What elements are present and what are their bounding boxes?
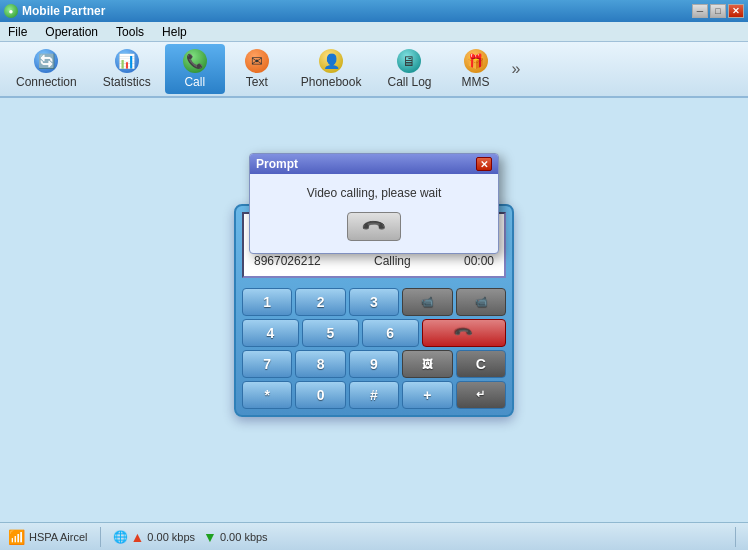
- hangup-icon: 📞: [360, 213, 388, 241]
- download-speed: 0.00 kbps: [220, 531, 268, 543]
- prompt-close-button[interactable]: ✕: [476, 157, 492, 171]
- key-video-call[interactable]: 📹: [402, 288, 452, 316]
- key-5[interactable]: 5: [302, 319, 359, 347]
- tab-phonebook[interactable]: 👤 Phonebook: [289, 44, 374, 94]
- prompt-title-bar: Prompt ✕: [250, 154, 498, 174]
- tab-phonebook-label: Phonebook: [301, 75, 362, 89]
- tab-text-label: Text: [246, 75, 268, 89]
- tab-connection[interactable]: 🔄 Connection: [4, 44, 89, 94]
- tab-connection-label: Connection: [16, 75, 77, 89]
- tab-calllog[interactable]: 🖥 Call Log: [375, 44, 443, 94]
- keypad-row-4: * 0 # + ↵: [242, 381, 506, 409]
- statistics-icon: 📊: [115, 49, 139, 73]
- key-image[interactable]: 🖼: [402, 350, 452, 378]
- tab-calllog-label: Call Log: [387, 75, 431, 89]
- download-arrow-icon: ▼: [203, 529, 217, 545]
- keypad: 1 2 3 📹 📹 4 5 6 📞 7 8 9 🖼 C: [236, 284, 512, 415]
- tab-text[interactable]: ✉ Text: [227, 44, 287, 94]
- network-name: HSPA Aircel: [29, 531, 88, 543]
- status-bar: 📶 HSPA Aircel 🌐 ▲ 0.00 kbps ▼ 0.00 kbps: [0, 522, 748, 550]
- title-left: ● Mobile Partner: [4, 4, 105, 18]
- title-bar: ● Mobile Partner ─ □ ✕: [0, 0, 748, 22]
- menu-operation[interactable]: Operation: [41, 24, 102, 40]
- call-icon: 📞: [183, 49, 207, 73]
- upload-speed-item: 🌐 ▲ 0.00 kbps: [113, 529, 196, 545]
- phone-call-status: Calling: [374, 254, 411, 268]
- key-4[interactable]: 4: [242, 319, 299, 347]
- menu-file[interactable]: File: [4, 24, 31, 40]
- keypad-row-1: 1 2 3 📹 📹: [242, 288, 506, 316]
- more-tabs-button[interactable]: »: [508, 56, 525, 82]
- tab-statistics[interactable]: 📊 Statistics: [91, 44, 163, 94]
- minimize-button[interactable]: ─: [692, 4, 708, 18]
- key-3[interactable]: 3: [349, 288, 399, 316]
- key-star[interactable]: *: [242, 381, 292, 409]
- key-hash[interactable]: #: [349, 381, 399, 409]
- mms-icon: 🎁: [464, 49, 488, 73]
- prompt-cancel-button[interactable]: 📞: [347, 212, 401, 241]
- keypad-row-2: 4 5 6 📞: [242, 319, 506, 347]
- key-6[interactable]: 6: [362, 319, 419, 347]
- menu-tools[interactable]: Tools: [112, 24, 148, 40]
- upload-arrow-icon: ▲: [131, 529, 145, 545]
- prompt-message: Video calling, please wait: [262, 186, 486, 200]
- text-icon: ✉: [245, 49, 269, 73]
- phone-call-timer: 00:00: [464, 254, 494, 268]
- toolbar: 🔄 Connection 📊 Statistics 📞 Call ✉ Text …: [0, 42, 748, 98]
- key-plus[interactable]: +: [402, 381, 452, 409]
- status-divider-1: [100, 527, 101, 547]
- key-back[interactable]: ↵: [456, 381, 506, 409]
- main-content: 8967026212 8967026212 Calling 00:00 1 2 …: [0, 98, 748, 522]
- phone-status-row: 8967026212 Calling 00:00: [250, 252, 498, 270]
- download-speed-item: ▼ 0.00 kbps: [203, 529, 268, 545]
- signal-icon: 📶: [8, 529, 25, 545]
- tab-mms[interactable]: 🎁 MMS: [446, 44, 506, 94]
- status-network: 📶 HSPA Aircel: [8, 529, 88, 545]
- menu-bar: File Operation Tools Help: [0, 22, 748, 42]
- key-2[interactable]: 2: [295, 288, 345, 316]
- phone-caller-number: 8967026212: [254, 254, 321, 268]
- tab-statistics-label: Statistics: [103, 75, 151, 89]
- maximize-button[interactable]: □: [710, 4, 726, 18]
- phonebook-icon: 👤: [319, 49, 343, 73]
- status-right: [731, 527, 740, 547]
- tab-mms-label: MMS: [462, 75, 490, 89]
- key-7[interactable]: 7: [242, 350, 292, 378]
- window-controls: ─ □ ✕: [692, 4, 744, 18]
- app-icon: ●: [4, 4, 18, 18]
- tab-call-label: Call: [184, 75, 205, 89]
- key-0[interactable]: 0: [295, 381, 345, 409]
- key-clear[interactable]: C: [456, 350, 506, 378]
- calllog-icon: 🖥: [397, 49, 421, 73]
- app-title: Mobile Partner: [22, 4, 105, 18]
- key-1[interactable]: 1: [242, 288, 292, 316]
- menu-help[interactable]: Help: [158, 24, 191, 40]
- upload-speed: 0.00 kbps: [147, 531, 195, 543]
- close-button[interactable]: ✕: [728, 4, 744, 18]
- keypad-row-3: 7 8 9 🖼 C: [242, 350, 506, 378]
- key-hangup[interactable]: 📞: [422, 319, 506, 347]
- key-8[interactable]: 8: [295, 350, 345, 378]
- key-9[interactable]: 9: [349, 350, 399, 378]
- tab-call[interactable]: 📞 Call: [165, 44, 225, 94]
- prompt-body: Video calling, please wait 📞: [250, 174, 498, 253]
- key-video-call2[interactable]: 📹: [456, 288, 506, 316]
- connection-icon: 🔄: [34, 49, 58, 73]
- prompt-title: Prompt: [256, 157, 298, 171]
- prompt-dialog: Prompt ✕ Video calling, please wait 📞: [249, 153, 499, 254]
- status-divider-2: [735, 527, 736, 547]
- network-icon: 🌐: [113, 530, 128, 544]
